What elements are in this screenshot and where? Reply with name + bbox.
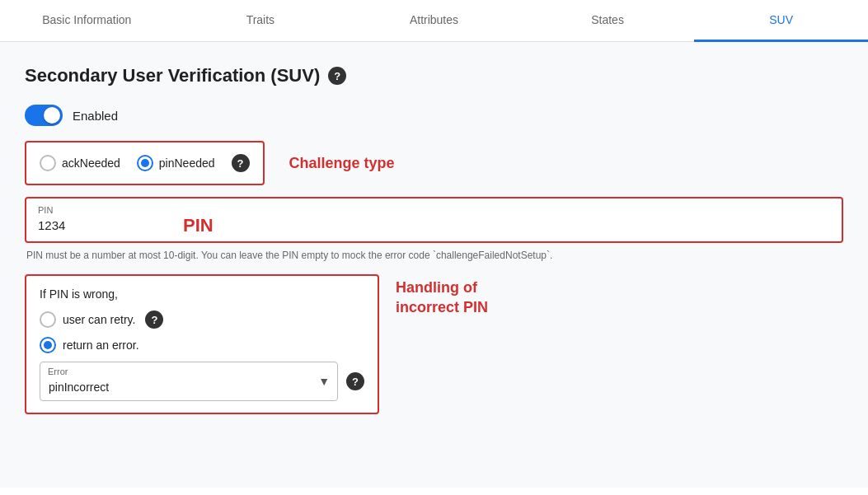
error-option-row: return an error. <box>40 337 364 353</box>
pin-field-wrapper: PIN PIN <box>26 198 842 241</box>
pin-section-wrapper: PIN PIN PIN must be a number at most 10-… <box>25 197 843 263</box>
pin-hint: PIN must be a number at most 10-digit. Y… <box>25 248 843 263</box>
incorrect-pin-annotation: Handling of incorrect PIN <box>396 279 488 315</box>
incorrect-pin-title: If PIN is wrong, <box>40 287 364 301</box>
error-radio-circle[interactable] <box>40 337 56 353</box>
page-title: Secondary User Verification (SUV) <box>25 65 320 86</box>
radio-ack-needed-circle <box>40 155 56 171</box>
retry-option-row: user can retry. ? <box>40 311 364 329</box>
tab-traits[interactable]: Traits <box>174 0 348 42</box>
retry-radio-circle[interactable] <box>40 311 56 328</box>
main-content: Secondary User Verification (SUV) ? Enab… <box>0 42 868 488</box>
error-dropdown-label: Error <box>48 367 68 376</box>
tab-states[interactable]: States <box>521 0 695 42</box>
error-dropdown-wrapper: Error pinIncorrect challengeFailedNotSet… <box>40 362 364 401</box>
retry-help-icon[interactable]: ? <box>145 311 163 329</box>
challenge-type-annotation: Challenge type <box>289 155 395 172</box>
tab-bar: Basic Information Traits Attributes Stat… <box>0 0 868 42</box>
radio-pin-needed-label: pinNeeded <box>159 156 215 170</box>
radio-ack-needed[interactable]: ackNeeded <box>40 155 120 171</box>
challenge-type-row: ackNeeded pinNeeded ? Challenge type <box>25 141 843 185</box>
error-dropdown-container: Error pinIncorrect challengeFailedNotSet… <box>40 362 338 401</box>
radio-pin-needed[interactable]: pinNeeded <box>137 155 215 171</box>
pin-input-label: PIN <box>38 205 147 215</box>
enabled-label: Enabled <box>73 109 118 123</box>
enabled-toggle-row: Enabled <box>25 105 843 126</box>
radio-pin-needed-circle <box>137 155 153 171</box>
pin-input-container: PIN <box>26 198 158 241</box>
tab-attributes[interactable]: Attributes <box>347 0 521 42</box>
pin-section-box: PIN PIN <box>25 197 843 243</box>
dropdown-help-icon[interactable]: ? <box>346 372 364 390</box>
challenge-type-help-icon[interactable]: ? <box>232 154 250 172</box>
pin-input[interactable] <box>38 218 120 232</box>
pin-annotation: PIN <box>158 198 213 236</box>
error-dropdown[interactable]: pinIncorrect challengeFailedNotSetup oth… <box>40 362 338 401</box>
radio-ack-needed-label: ackNeeded <box>62 156 120 170</box>
tab-suv[interactable]: SUV <box>694 0 868 42</box>
incorrect-pin-outer: If PIN is wrong, user can retry. ? retur… <box>25 274 843 414</box>
challenge-type-box: ackNeeded pinNeeded ? <box>25 141 265 185</box>
retry-label: user can retry. <box>63 313 135 326</box>
title-help-icon[interactable]: ? <box>328 67 346 85</box>
incorrect-pin-box: If PIN is wrong, user can retry. ? retur… <box>25 274 379 414</box>
enabled-toggle[interactable] <box>25 105 63 126</box>
error-label: return an error. <box>63 339 139 352</box>
tab-basic-information[interactable]: Basic Information <box>0 0 174 42</box>
challenge-type-radio-group: ackNeeded pinNeeded ? <box>40 154 250 172</box>
incorrect-pin-annotation-wrapper: Handling of incorrect PIN <box>396 274 488 318</box>
page-title-row: Secondary User Verification (SUV) ? <box>25 65 843 86</box>
